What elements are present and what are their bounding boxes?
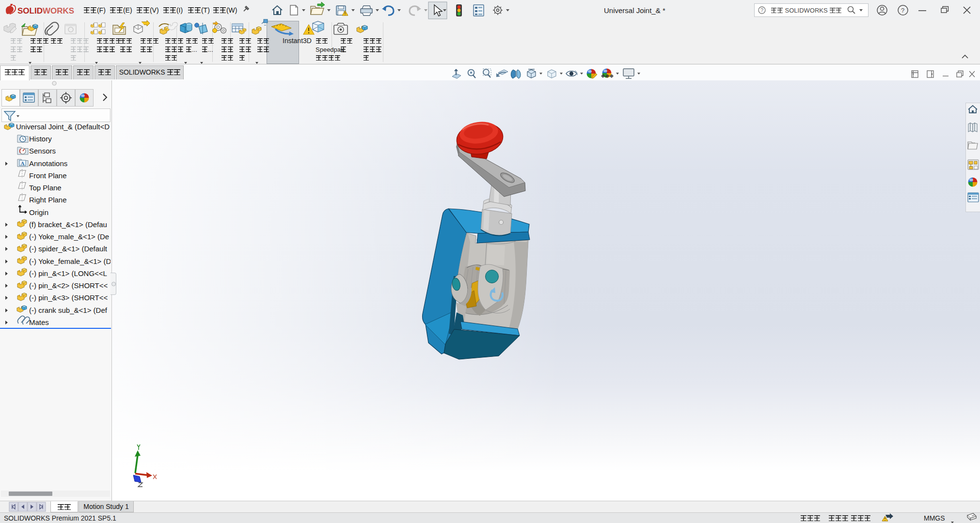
svg-text:?: ? [901, 7, 904, 14]
svg-text:A: A [21, 160, 25, 166]
svg-text:?: ? [760, 7, 763, 13]
